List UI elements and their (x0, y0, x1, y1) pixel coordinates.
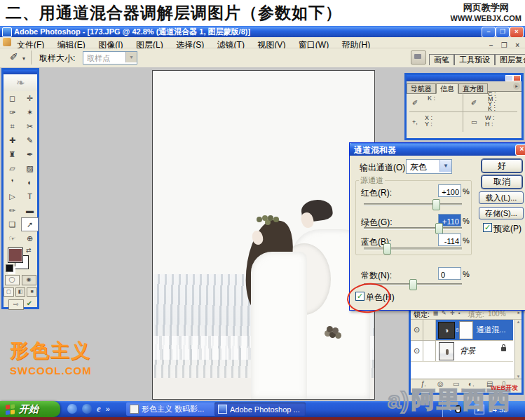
tray-chevron-icon[interactable]: ◄ (446, 406, 452, 412)
path-select-icon: ▷ (9, 192, 15, 201)
document-canvas[interactable] (152, 70, 375, 400)
eraser-tool[interactable]: ▱ (4, 161, 21, 175)
dialog-titlebar[interactable]: 通道混和器 × (350, 143, 525, 156)
background-layer-name[interactable]: 背景 (460, 346, 475, 356)
blue-slider-thumb[interactable] (383, 243, 391, 255)
lock-pixels-icon[interactable]: ✎ (442, 310, 446, 316)
restore-button[interactable]: ❐ (496, 27, 510, 38)
quick-mask-mode-button[interactable]: ◉ (22, 275, 36, 285)
fill-value[interactable]: 100% (488, 310, 506, 318)
lasso-tool[interactable]: ✑ (4, 105, 21, 119)
media-player-icon[interactable]: ▶ (475, 405, 484, 414)
standard-screen-button[interactable]: ▢ (4, 287, 14, 297)
load-button[interactable]: 载入(L)... (479, 191, 524, 204)
output-channel-select[interactable]: 灰色 ▼ (406, 159, 452, 174)
visibility-eye-icon[interactable]: ⊙ (414, 325, 420, 334)
palette-minimize-icon[interactable] (505, 75, 513, 81)
layer-mask-thumbnail[interactable] (459, 321, 473, 339)
red-input[interactable]: +100 (438, 184, 461, 197)
healing-brush-tool[interactable]: ✚ (4, 133, 21, 147)
tool-dropdown-arrow-icon[interactable]: ▾ (22, 55, 25, 62)
eyedropper-tool-icon[interactable]: ✐ (10, 51, 18, 62)
default-colors-icon[interactable] (6, 264, 13, 272)
fullscreen-menubar-button[interactable]: ◧ (15, 287, 26, 297)
cancel-button[interactable]: 取消 (482, 175, 522, 189)
red-slider[interactable] (364, 203, 462, 206)
red-slider-thumb[interactable] (432, 199, 440, 210)
new-group-icon[interactable]: ▭ (453, 380, 459, 388)
web-dev-watermark: WEB开发 (491, 384, 518, 393)
sample-size-select[interactable]: 取样点 ▼ (83, 51, 137, 65)
dodge-tool[interactable]: ◐ (21, 175, 39, 189)
rect-marquee-tool[interactable]: ◻ (4, 91, 21, 105)
history-brush-tool[interactable]: ✒ (21, 147, 39, 161)
save-button[interactable]: 存储(S)... (479, 207, 524, 219)
preview-checkbox[interactable]: ✓ (483, 223, 492, 232)
layer-row-adjustment[interactable]: ⊙ ◑ 8 通道混... (411, 320, 513, 341)
ok-button[interactable]: 好 (482, 159, 522, 172)
start-button[interactable]: 开始 (0, 401, 60, 417)
quicklaunch-icon-1[interactable] (67, 404, 77, 414)
info-palette-titlebar[interactable] (407, 75, 521, 81)
quicklaunch-more-icon[interactable]: » (106, 405, 110, 413)
close-button[interactable]: × (510, 27, 524, 38)
pen-tool[interactable]: ✏ (4, 203, 21, 217)
eyedropper-tool[interactable]: ➚ (21, 217, 39, 231)
tab-tool-presets[interactable]: 工具预设 (454, 54, 495, 65)
quicklaunch-icon-2[interactable] (82, 404, 92, 414)
adjustment-layer-thumbnail[interactable]: ◑ (438, 322, 455, 339)
new-adjustment-icon[interactable]: ◐. (468, 380, 475, 388)
options-bar: ✐ ▾ 取样大小: 取样点 ▼ 画笔工具预设图层复合 (0, 48, 525, 68)
layer-name[interactable]: 通道混... (476, 325, 505, 335)
ie-icon[interactable]: e (97, 403, 101, 414)
background-layer-thumbnail[interactable] (439, 342, 454, 360)
app-titlebar[interactable]: Adobe Photoshop - [173.JPG @ 42.8% (通道混合… (0, 26, 525, 37)
type-tool[interactable]: T (21, 189, 39, 203)
palette-menu-icon[interactable]: ▸ (513, 83, 520, 90)
blue-slider[interactable] (364, 248, 462, 250)
slice-tool[interactable]: ✂ (21, 119, 39, 133)
dialog-close-button[interactable]: × (515, 144, 525, 156)
imageready-button[interactable]: ⇨ (8, 299, 24, 310)
menu-bar: 文件(F) 编辑(E) 图像(I) 图层(L) 选择(S) 滤镜(T) 视图(V… (0, 37, 525, 48)
qq-penguin-icon[interactable] (455, 405, 461, 413)
blur-tool[interactable]: ❜ (4, 175, 21, 189)
blue-input[interactable]: -114 (438, 233, 461, 246)
lock-transparency-icon[interactable]: ▦ (433, 310, 439, 316)
clone-stamp-tool[interactable]: ♜ (4, 147, 21, 161)
brush-tool[interactable]: ✎ (21, 133, 39, 147)
green-slider[interactable] (364, 227, 462, 230)
hand-tool[interactable]: ☞ (4, 231, 21, 245)
layer-row-background[interactable]: ⊙ 背景 (411, 341, 513, 362)
palette-close-icon[interactable] (513, 75, 521, 81)
lock-all-icon[interactable]: ▪ (458, 310, 461, 316)
fullscreen-button[interactable]: ■ (27, 287, 37, 297)
gradient-tool[interactable]: ▨ (21, 161, 39, 175)
add-mask-icon[interactable]: ◎ (437, 380, 444, 388)
task-button-photoshop[interactable]: Adobe Photoshop ... (214, 402, 306, 416)
zoom-tool[interactable]: ⊕ (21, 231, 39, 245)
tab-brushes[interactable]: 画笔 (429, 54, 454, 65)
crop-tool[interactable]: ⌗ (4, 119, 21, 133)
notes-tool[interactable]: ❏ (4, 217, 21, 231)
tab-layer-comps[interactable]: 图层复合 (495, 54, 525, 65)
swap-colors-icon[interactable]: ⇄ (26, 247, 32, 254)
file-browser-icon[interactable] (411, 50, 426, 65)
constant-slider-thumb[interactable] (409, 279, 417, 290)
visibility-eye-icon2[interactable]: ⊙ (414, 346, 420, 355)
green-slider-thumb[interactable] (435, 223, 443, 234)
standard-mode-button[interactable]: ◯ (5, 275, 20, 285)
lock-position-icon[interactable]: ✛ (450, 310, 455, 316)
fill-arrow-icon[interactable]: ▸ (517, 310, 520, 316)
task-button-browser[interactable]: 形色主义 数码影... (126, 402, 216, 416)
foreground-color-swatch[interactable] (8, 248, 23, 263)
constant-input[interactable]: 0 (438, 267, 461, 280)
umbrella-icon[interactable]: ☂ (464, 405, 472, 414)
minimize-button[interactable]: – (482, 27, 496, 38)
layers-scrollbar[interactable]: ▲ ▼ (514, 320, 521, 379)
layer-style-icon[interactable]: ƒ. (421, 380, 426, 388)
shape-tool[interactable]: ▬ (21, 203, 39, 217)
move-tool[interactable]: ✛ (21, 91, 39, 105)
magic-wand-tool[interactable]: ✶ (21, 105, 39, 119)
path-select-tool[interactable]: ▷ (4, 189, 21, 203)
